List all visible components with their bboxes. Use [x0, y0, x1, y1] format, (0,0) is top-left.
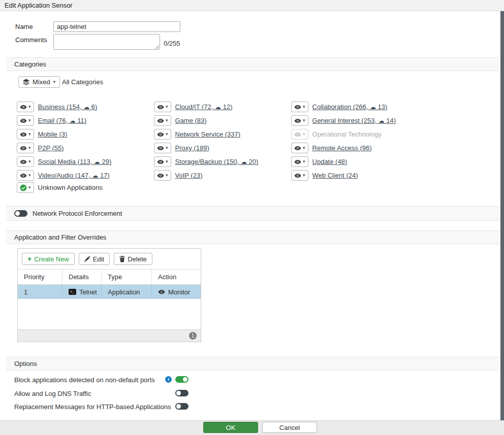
category-column-1: ▾Business (154, ☁ 6)▾Email (76, ☁ 11)▾Mo… [17, 100, 150, 182]
eye-icon [294, 159, 301, 164]
cloud-icon: ☁ [379, 117, 385, 124]
caret-down-icon: ▾ [166, 173, 168, 178]
eye-icon [157, 159, 164, 164]
category-visibility-button[interactable]: ▾ [154, 129, 171, 140]
option-label: Allow and Log DNS Traffic [14, 390, 91, 397]
category-visibility-button: ▾ [291, 129, 308, 140]
category-link[interactable]: VoIP (23) [175, 172, 203, 179]
overrides-section-title: Application and Filter Overrides [14, 233, 106, 241]
name-input[interactable] [53, 21, 180, 32]
category-row: ▾VoIP (23) [154, 169, 287, 182]
category-visibility-button[interactable]: ▾ [291, 143, 308, 153]
category-link[interactable]: Cloud/IT (72, ☁ 12) [175, 103, 233, 111]
cloud-icon: ☁ [94, 158, 100, 165]
create-new-button[interactable]: + Create New [22, 253, 75, 265]
caret-down-icon: ▾ [303, 105, 305, 109]
comments-label: Comments [15, 36, 47, 44]
unknown-applications-action-button[interactable]: ▾ [17, 182, 34, 193]
option-replacement-messages: Replacement Messages for HTTP-based Appl… [14, 403, 494, 411]
category-visibility-button[interactable]: ▾ [17, 170, 34, 181]
eye-icon [294, 173, 301, 178]
table-row[interactable]: 1 >_ Telnet Application Monitor [18, 285, 201, 299]
caret-down-icon: ▾ [303, 118, 305, 123]
category-visibility-button[interactable]: ▾ [17, 156, 34, 167]
table-footer: 1 [18, 329, 201, 342]
option-allow-log-dns: Allow and Log DNS Traffic [14, 389, 494, 397]
category-link[interactable]: Business (154, ☁ 6) [38, 103, 98, 111]
category-row: ▾Email (76, ☁ 11) [17, 114, 150, 127]
cancel-button[interactable]: Cancel [262, 422, 317, 433]
comments-input[interactable] [53, 34, 160, 50]
comments-counter: 0/255 [164, 40, 180, 47]
delete-icon [119, 256, 125, 262]
category-link[interactable]: Video/Audio (147, ☁ 17) [38, 172, 110, 179]
category-visibility-button[interactable]: ▾ [17, 143, 34, 153]
column-header-priority[interactable]: Priority [18, 270, 62, 284]
category-link[interactable]: Proxy (189) [175, 144, 209, 152]
category-link[interactable]: Email (76, ☁ 11) [38, 117, 87, 124]
category-link[interactable]: Web Client (24) [312, 172, 358, 179]
category-link[interactable]: General Interest (253, ☁ 14) [312, 117, 396, 124]
category-row: ▾Network Service (337) [154, 127, 287, 141]
page-title-text: Edit Application Sensor [5, 2, 73, 9]
category-link[interactable]: P2P (55) [38, 144, 64, 152]
ok-button[interactable]: OK [203, 422, 258, 433]
category-link[interactable]: Storage/Backup (150, ☁ 20) [175, 158, 259, 165]
category-visibility-button[interactable]: ▾ [17, 102, 34, 112]
category-visibility-button[interactable]: ▾ [17, 115, 34, 126]
category-visibility-button[interactable]: ▾ [154, 115, 171, 126]
create-new-label: Create New [34, 255, 69, 263]
category-link[interactable]: Mobile (3) [38, 130, 68, 138]
info-icon[interactable]: i [165, 376, 172, 383]
category-visibility-button[interactable]: ▾ [17, 129, 34, 140]
column-header-type[interactable]: Type [102, 270, 152, 284]
overrides-section-header: Application and Filter Overrides [6, 230, 500, 244]
category-visibility-button[interactable]: ▾ [154, 102, 171, 112]
category-link[interactable]: Network Service (337) [175, 130, 241, 138]
category-link[interactable]: Update (48) [312, 158, 348, 165]
category-visibility-button[interactable]: ▾ [154, 156, 171, 167]
table-empty-area [18, 299, 201, 329]
category-row: ▾Business (154, ☁ 6) [17, 100, 150, 114]
category-visibility-button[interactable]: ▾ [291, 170, 308, 181]
toggle-network-protocol-enforcement[interactable] [14, 210, 27, 217]
toggle-allow-log-dns[interactable] [175, 390, 188, 396]
caret-down-icon: ▾ [303, 173, 305, 178]
caret-down-icon: ▾ [28, 118, 31, 123]
all-categories-caption: All Categories [62, 78, 103, 86]
options-section-header: Options [6, 357, 500, 371]
eye-icon [157, 132, 164, 137]
eye-icon [294, 132, 301, 137]
caret-down-icon: ▾ [303, 146, 305, 150]
category-visibility-button[interactable]: ▾ [154, 143, 171, 153]
category-link[interactable]: Collaboration (266, ☁ 13) [312, 103, 388, 111]
edit-button[interactable]: Edit [79, 253, 110, 265]
category-link[interactable]: Game (83) [175, 117, 207, 124]
overrides-toolbar: + Create New Edit Delete [18, 249, 201, 270]
category-visibility-button[interactable]: ▾ [291, 102, 308, 112]
category-link[interactable]: Remote Access (96) [312, 144, 372, 152]
edit-icon [84, 256, 90, 262]
scrollbar[interactable] [500, 11, 504, 435]
overrides-table: + Create New Edit Delete Priority Detail… [17, 248, 201, 342]
column-header-details[interactable]: Details [62, 270, 102, 284]
page-title: Edit Application Sensor [0, 0, 504, 11]
toggle-block-non-default-ports[interactable] [175, 376, 188, 383]
category-row: ▾Proxy (189) [154, 141, 287, 155]
delete-button[interactable]: Delete [114, 253, 152, 265]
category-visibility-button[interactable]: ▾ [291, 115, 308, 126]
column-header-action[interactable]: Action [152, 270, 201, 284]
details-value: Telnet [79, 288, 97, 296]
toggle-replacement-messages[interactable] [175, 403, 188, 410]
category-link[interactable]: Social Media (113, ☁ 29) [38, 158, 112, 165]
category-link: Operational Technology [312, 130, 382, 138]
category-visibility-button[interactable]: ▾ [154, 170, 171, 181]
option-label: Block applications detected on non-defau… [14, 376, 155, 384]
category-visibility-button[interactable]: ▾ [291, 156, 308, 167]
categories-section-title: Categories [14, 60, 46, 68]
view-mode-dropdown[interactable]: Mixed ▾ [18, 76, 60, 88]
eye-icon [20, 159, 27, 164]
action-value: Monitor [168, 288, 190, 296]
category-row: ▾General Interest (253, ☁ 14) [291, 114, 424, 127]
category-row: ▾Operational Technology [291, 127, 424, 141]
